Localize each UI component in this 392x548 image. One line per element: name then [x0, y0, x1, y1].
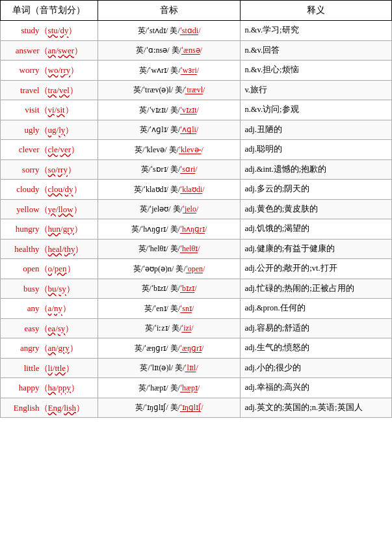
meaning-cell: adj.聪明的: [241, 140, 392, 160]
word-cell: ugly（ug/ly）: [1, 120, 98, 140]
phonetic-cell: 英/ˈʌɡlɪ/ 美/ˈʌɡli/: [98, 120, 241, 140]
word-cell: cloudy（clou/dy）: [1, 180, 98, 200]
table-row: hungry（hun/gry）英/ˈhʌŋɡrɪ/ 美/ˈhʌŋɡrɪ/adj.…: [1, 219, 392, 240]
phonetic-cell: 英/ˈɑːnsə/ 美/ˈænsə/: [98, 40, 241, 61]
phonetic-cell: 英/ˈklevə/ 美/ˈklevə-/: [98, 140, 241, 160]
phonetic-cell: 英/ˈiːzɪ/ 美/ˈizi/: [98, 318, 241, 338]
vocabulary-table: 单词（音节划分） 音标 释义 study（stu/dy）英/ˈstʌdɪ/ 美/…: [0, 0, 392, 418]
word-cell: visit（vi/sit）: [1, 100, 98, 120]
meaning-cell: adj.&pron.任何的: [241, 299, 392, 319]
meaning-cell: adj.公开的;敞开的;vt.打开: [241, 259, 392, 279]
table-row: travel（tra/vel）英/ˈtræv(ə)l/ 美/ˈtrævl/v.旅…: [1, 80, 392, 100]
word-cell: busy（bu/sy）: [1, 279, 98, 299]
meaning-cell: v.旅行: [241, 80, 392, 100]
header-phonetic: 音标: [98, 1, 241, 21]
table-row: sorry（so/rry）英/ˈsɒrɪ/ 美/ˈsɑri/adj.&int.遗…: [1, 159, 392, 180]
meaning-cell: adj.黄色的;黄皮肤的: [241, 199, 392, 219]
word-cell: answer（an/swer）: [1, 40, 98, 61]
meaning-cell: adj.忙碌的;热闹的;正被占用的: [241, 279, 392, 299]
word-cell: clever（cle/ver）: [1, 140, 98, 160]
phonetic-cell: 英/ˈstʌdɪ/ 美/ˈstɑdi/: [98, 21, 241, 41]
meaning-cell: adj.&int.遗憾的;抱歉的: [241, 159, 392, 180]
table-row: little（li/ttle）英/ˈlɪt(ə)l/ 美/ˈlɪtl/adj.小…: [1, 358, 392, 378]
table-row: English（Eng/lish）英/ˈɪŋɡlɪʃ/ 美/ˈɪŋɡlɪʃ/ad…: [1, 398, 392, 418]
table-row: ugly（ug/ly）英/ˈʌɡlɪ/ 美/ˈʌɡli/adj.丑陋的: [1, 120, 392, 140]
table-row: healthy（heal/thy）英/ˈhelθɪ/ 美/ˈhelθɪ/adj.…: [1, 239, 392, 259]
meaning-cell: adj.小的;很少的: [241, 358, 392, 378]
table-row: worry（wo/rry）英/ˈwʌrɪ/ 美/ˈwɜri/n.&v.担心;烦恼: [1, 61, 392, 81]
meaning-cell: adj.容易的;舒适的: [241, 318, 392, 338]
table-row: busy（bu/sy）英/ˈbɪzɪ/ 美/ˈbɪzɪ/adj.忙碌的;热闹的;…: [1, 279, 392, 299]
word-cell: easy（ea/sy）: [1, 318, 98, 338]
meaning-cell: adj.多云的;阴天的: [241, 180, 392, 200]
phonetic-cell: 英/ˈhæpɪ/ 美/ˈhæpɪ/: [98, 378, 241, 398]
phonetic-cell: 英/ˈenɪ/ 美/ˈsnɪ/: [98, 299, 241, 319]
phonetic-cell: 英/ˈlɪt(ə)l/ 美/ˈlɪtl/: [98, 358, 241, 378]
word-cell: hungry（hun/gry）: [1, 219, 98, 240]
meaning-cell: adj.生气的;愤怒的: [241, 338, 392, 359]
meaning-cell: adj.英文的;英国的;n.英语;英国人: [241, 398, 392, 418]
table-row: visit（vi/sit）英/ˈvɪzɪt/ 美/ˈvɪzɪt/n.&v.访问;…: [1, 100, 392, 120]
meaning-cell: n.&v.回答: [241, 40, 392, 61]
phonetic-cell: 英/ˈklaʊdɪ/ 美/ˈklaʊdi/: [98, 180, 241, 200]
word-cell: angry（an/gry）: [1, 338, 98, 359]
table-row: yellow（ye/llow）英/ˈjeləʊ/ 美/ˈjelo/adj.黄色的…: [1, 199, 392, 219]
word-cell: study（stu/dy）: [1, 21, 98, 41]
word-cell: sorry（so/rry）: [1, 159, 98, 180]
header-meaning: 释义: [241, 1, 392, 21]
phonetic-cell: 英/ˈwʌrɪ/ 美/ˈwɜri/: [98, 61, 241, 81]
phonetic-cell: 英/ˈjeləʊ/ 美/ˈjelo/: [98, 199, 241, 219]
meaning-cell: adj.饥饿的;渴望的: [241, 219, 392, 240]
phonetic-cell: 英/ˈbɪzɪ/ 美/ˈbɪzɪ/: [98, 279, 241, 299]
table-row: cloudy（clou/dy）英/ˈklaʊdɪ/ 美/ˈklaʊdi/adj.…: [1, 180, 392, 200]
table-row: clever（cle/ver）英/ˈklevə/ 美/ˈklevə-/adj.聪…: [1, 140, 392, 160]
table-row: answer（an/swer）英/ˈɑːnsə/ 美/ˈænsə/n.&v.回答: [1, 40, 392, 61]
phonetic-cell: 英/ˈhʌŋɡrɪ/ 美/ˈhʌŋɡrɪ/: [98, 219, 241, 240]
word-cell: travel（tra/vel）: [1, 80, 98, 100]
word-cell: happy（ha/ppy）: [1, 378, 98, 398]
table-row: angry（an/gry）英/ˈæŋɡrɪ/ 美/ˈæŋɡrɪ/adj.生气的;…: [1, 338, 392, 359]
word-cell: healthy（heal/thy）: [1, 239, 98, 259]
header-word: 单词（音节划分）: [1, 1, 98, 21]
phonetic-cell: 英/ˈvɪzɪt/ 美/ˈvɪzɪt/: [98, 100, 241, 120]
phonetic-cell: 英/ˈsɒrɪ/ 美/ˈsɑri/: [98, 159, 241, 180]
meaning-cell: n.&v.担心;烦恼: [241, 61, 392, 81]
word-cell: English（Eng/lish）: [1, 398, 98, 418]
table-row: study（stu/dy）英/ˈstʌdɪ/ 美/ˈstɑdi/n.&v.学习;…: [1, 21, 392, 41]
table-row: open（o/pen）英/ˈəʊp(ə)n/ 美/ˈopen/adj.公开的;敞…: [1, 259, 392, 279]
meaning-cell: n.&v.访问;参观: [241, 100, 392, 120]
word-cell: any（a/ny）: [1, 299, 98, 319]
word-cell: open（o/pen）: [1, 259, 98, 279]
table-row: happy（ha/ppy）英/ˈhæpɪ/ 美/ˈhæpɪ/adj.幸福的;高兴…: [1, 378, 392, 398]
phonetic-cell: 英/ˈɪŋɡlɪʃ/ 美/ˈɪŋɡlɪʃ/: [98, 398, 241, 418]
word-cell: yellow（ye/llow）: [1, 199, 98, 219]
meaning-cell: adj.丑陋的: [241, 120, 392, 140]
table-row: easy（ea/sy）英/ˈiːzɪ/ 美/ˈizi/adj.容易的;舒适的: [1, 318, 392, 338]
meaning-cell: adj.幸福的;高兴的: [241, 378, 392, 398]
phonetic-cell: 英/ˈəʊp(ə)n/ 美/ˈopen/: [98, 259, 241, 279]
phonetic-cell: 英/ˈtræv(ə)l/ 美/ˈtrævl/: [98, 80, 241, 100]
meaning-cell: adj.健康的;有益于健康的: [241, 239, 392, 259]
table-row: any（a/ny）英/ˈenɪ/ 美/ˈsnɪ/adj.&pron.任何的: [1, 299, 392, 319]
phonetic-cell: 英/ˈhelθɪ/ 美/ˈhelθɪ/: [98, 239, 241, 259]
word-cell: little（li/ttle）: [1, 358, 98, 378]
meaning-cell: n.&v.学习;研究: [241, 21, 392, 41]
phonetic-cell: 英/ˈæŋɡrɪ/ 美/ˈæŋɡrɪ/: [98, 338, 241, 359]
word-cell: worry（wo/rry）: [1, 61, 98, 81]
